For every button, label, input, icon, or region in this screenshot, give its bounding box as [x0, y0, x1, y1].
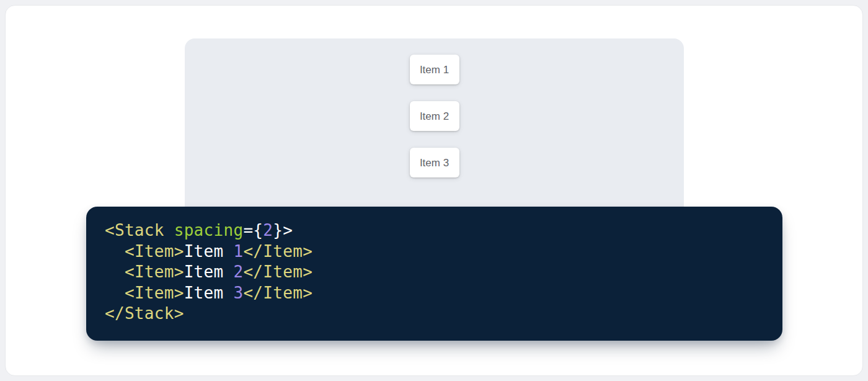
code-token-number: 2: [233, 262, 243, 281]
code-block: <Stack spacing={2}> <Item>Item 1</Item> …: [86, 207, 782, 341]
stack-item-label: Item 2: [420, 111, 449, 122]
code-line: <Stack spacing={2}>: [105, 220, 764, 241]
code-token-tag: <Item>: [125, 242, 184, 261]
code-token-plain: Item: [184, 262, 234, 281]
code-token-number: 2: [263, 221, 273, 240]
code-content: <Stack spacing={2}> <Item>Item 1</Item> …: [105, 220, 764, 325]
code-token-tag: </Item>: [243, 242, 312, 261]
code-token-tag: <Item>: [125, 284, 184, 302]
stack-item: Item 3: [410, 148, 459, 177]
code-token-number: 1: [233, 242, 243, 261]
code-token-tag: </Stack>: [105, 304, 184, 323]
stack-demo-panel: Item 1 Item 2 Item 3: [185, 38, 684, 225]
code-line: </Stack>: [105, 303, 764, 325]
code-token-tag: </Item>: [243, 284, 312, 302]
stack-item-label: Item 1: [420, 65, 449, 75]
stack-item: Item 2: [410, 101, 459, 131]
code-token-plain: [105, 284, 125, 302]
code-line: <Item>Item 2</Item>: [105, 262, 764, 283]
demo-card: Item 1 Item 2 Item 3 <Stack spacing={2}>…: [5, 5, 863, 376]
code-token-plain: Item: [184, 242, 234, 261]
code-token-plain: [105, 262, 125, 281]
code-token-tag: <Item>: [125, 262, 184, 281]
code-token-plain: }>: [273, 221, 293, 240]
code-token-tag: </Item>: [243, 262, 312, 281]
code-token-plain: ={: [243, 221, 263, 240]
code-token-plain: [105, 242, 125, 261]
code-token-number: 3: [233, 284, 243, 302]
stack-item: Item 1: [410, 55, 459, 84]
code-line: <Item>Item 1</Item>: [105, 241, 764, 262]
code-token-plain: Item: [184, 284, 234, 302]
code-token-attr: spacing: [174, 221, 244, 240]
code-token-tag: <Stack: [105, 221, 174, 240]
stack-item-label: Item 3: [420, 158, 449, 168]
code-line: <Item>Item 3</Item>: [105, 283, 764, 304]
